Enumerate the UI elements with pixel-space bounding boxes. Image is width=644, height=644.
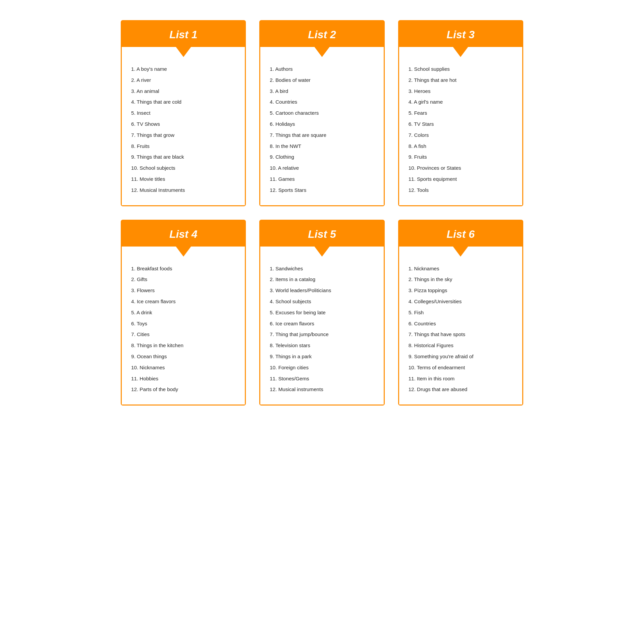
list-item: 12. Musical instruments — [270, 384, 374, 395]
list-card-2: List 21. Authors2. Bodies of water3. A b… — [259, 20, 384, 206]
list-item: 8. Fruits — [131, 141, 235, 152]
list-item: 4. Ice cream flavors — [131, 296, 235, 307]
list-item: 5. A drink — [131, 307, 235, 318]
list-item: 12. Musical Instruments — [131, 185, 235, 196]
list-item: 1. Nicknames — [409, 263, 513, 274]
list-item: 12. Drugs that are abused — [409, 384, 513, 395]
list-item: 1. Breakfast foods — [131, 263, 235, 274]
list-item: 1. Sandwiches — [270, 263, 374, 274]
list-card-4: List 41. Breakfast foods2. Gifts3. Flowe… — [121, 220, 246, 406]
list-item: 2. A river — [131, 75, 235, 86]
list-title-6: List 6 — [402, 228, 519, 240]
list-item: 11. Sports equipment — [409, 174, 513, 185]
lists-grid: List 11. A boy's name2. A river3. An ani… — [121, 20, 523, 406]
list-item: 11. Item in this room — [409, 373, 513, 384]
list-item: 12. Sports Stars — [270, 185, 374, 196]
list-item: 11. Hobbies — [131, 373, 235, 384]
list-item: 5. Insect — [131, 108, 235, 119]
list-item: 7. Thing that jump/bounce — [270, 329, 374, 340]
list-item: 10. Nicknames — [131, 362, 235, 373]
list-item: 9. Things that are black — [131, 152, 235, 163]
list-item: 11. Movie titles — [131, 174, 235, 185]
list-item: 6. Ice cream flavors — [270, 318, 374, 329]
list-item: 7. Cities — [131, 329, 235, 340]
list-item: 1. School supplies — [409, 64, 513, 75]
list-title-1: List 1 — [125, 29, 241, 41]
list-header-2: List 2 — [260, 21, 383, 47]
list-item: 1. Authors — [270, 64, 374, 75]
list-item: 10. School subjects — [131, 163, 235, 174]
list-item: 8. Historical Figures — [409, 340, 513, 351]
list-title-3: List 3 — [402, 29, 519, 41]
list-item: 2. Items in a catalog — [270, 274, 374, 285]
list-header-6: List 6 — [399, 221, 522, 247]
list-item: 10. Terms of endearment — [409, 362, 513, 373]
list-item: 9. Something you're afraid of — [409, 351, 513, 362]
list-item: 9. Ocean things — [131, 351, 235, 362]
list-item: 3. Heroes — [409, 86, 513, 97]
list-card-3: List 31. School supplies2. Things that a… — [398, 20, 523, 206]
list-item: 4. Things that are cold — [131, 97, 235, 108]
list-item: 2. Things in the sky — [409, 274, 513, 285]
list-item: 3. World leaders/Politicians — [270, 285, 374, 296]
list-item: 7. Colors — [409, 130, 513, 141]
list-item: 3. Pizza toppings — [409, 285, 513, 296]
list-body-4: 1. Breakfast foods2. Gifts3. Flowers4. I… — [122, 247, 245, 405]
list-item: 6. TV Shows — [131, 119, 235, 130]
list-header-1: List 1 — [122, 21, 245, 47]
list-item: 4. Countries — [270, 97, 374, 108]
list-items-2: 1. Authors2. Bodies of water3. A bird4. … — [270, 64, 374, 196]
list-items-4: 1. Breakfast foods2. Gifts3. Flowers4. I… — [131, 263, 235, 395]
list-body-2: 1. Authors2. Bodies of water3. A bird4. … — [260, 47, 383, 205]
list-item: 8. Things in the kitchen — [131, 340, 235, 351]
list-item: 2. Gifts — [131, 274, 235, 285]
list-body-6: 1. Nicknames2. Things in the sky3. Pizza… — [399, 247, 522, 405]
list-items-3: 1. School supplies2. Things that are hot… — [409, 64, 513, 196]
list-items-5: 1. Sandwiches2. Items in a catalog3. Wor… — [270, 263, 374, 395]
list-title-2: List 2 — [264, 29, 380, 41]
list-item: 10. A relative — [270, 163, 374, 174]
list-item: 10. Provinces or States — [409, 163, 513, 174]
list-header-4: List 4 — [122, 221, 245, 247]
list-card-1: List 11. A boy's name2. A river3. An ani… — [121, 20, 246, 206]
list-item: 12. Tools — [409, 185, 513, 196]
list-item: 7. Things that have spots — [409, 329, 513, 340]
list-item: 8. In the NWT — [270, 141, 374, 152]
list-body-3: 1. School supplies2. Things that are hot… — [399, 47, 522, 205]
list-header-5: List 5 — [260, 221, 383, 247]
list-header-3: List 3 — [399, 21, 522, 47]
list-item: 10. Foreign cities — [270, 362, 374, 373]
list-item: 3. An animal — [131, 86, 235, 97]
list-body-5: 1. Sandwiches2. Items in a catalog3. Wor… — [260, 247, 383, 405]
list-item: 9. Things in a park — [270, 351, 374, 362]
list-item: 2. Things that are hot — [409, 75, 513, 86]
list-card-6: List 61. Nicknames2. Things in the sky3.… — [398, 220, 523, 406]
list-card-5: List 51. Sandwiches2. Items in a catalog… — [259, 220, 384, 406]
list-item: 4. Colleges/Universities — [409, 296, 513, 307]
list-item: 2. Bodies of water — [270, 75, 374, 86]
list-item: 3. A bird — [270, 86, 374, 97]
list-item: 4. A girl's name — [409, 97, 513, 108]
list-item: 6. TV Stars — [409, 119, 513, 130]
list-item: 11. Stones/Gems — [270, 373, 374, 384]
list-item: 8. A fish — [409, 141, 513, 152]
list-item: 4. School subjects — [270, 296, 374, 307]
list-item: 5. Fears — [409, 108, 513, 119]
list-item: 5. Cartoon characters — [270, 108, 374, 119]
list-item: 1. A boy's name — [131, 64, 235, 75]
list-item: 9. Fruits — [409, 152, 513, 163]
list-item: 6. Toys — [131, 318, 235, 329]
list-item: 12. Parts of the body — [131, 384, 235, 395]
list-item: 7. Things that grow — [131, 130, 235, 141]
list-item: 8. Television stars — [270, 340, 374, 351]
list-item: 5. Excuses for being late — [270, 307, 374, 318]
list-body-1: 1. A boy's name2. A river3. An animal4. … — [122, 47, 245, 205]
list-items-1: 1. A boy's name2. A river3. An animal4. … — [131, 64, 235, 196]
list-item: 3. Flowers — [131, 285, 235, 296]
list-item: 6. Holidays — [270, 119, 374, 130]
list-items-6: 1. Nicknames2. Things in the sky3. Pizza… — [409, 263, 513, 395]
list-title-4: List 4 — [125, 228, 241, 240]
list-item: 11. Games — [270, 174, 374, 185]
list-title-5: List 5 — [264, 228, 380, 240]
list-item: 6. Countries — [409, 318, 513, 329]
